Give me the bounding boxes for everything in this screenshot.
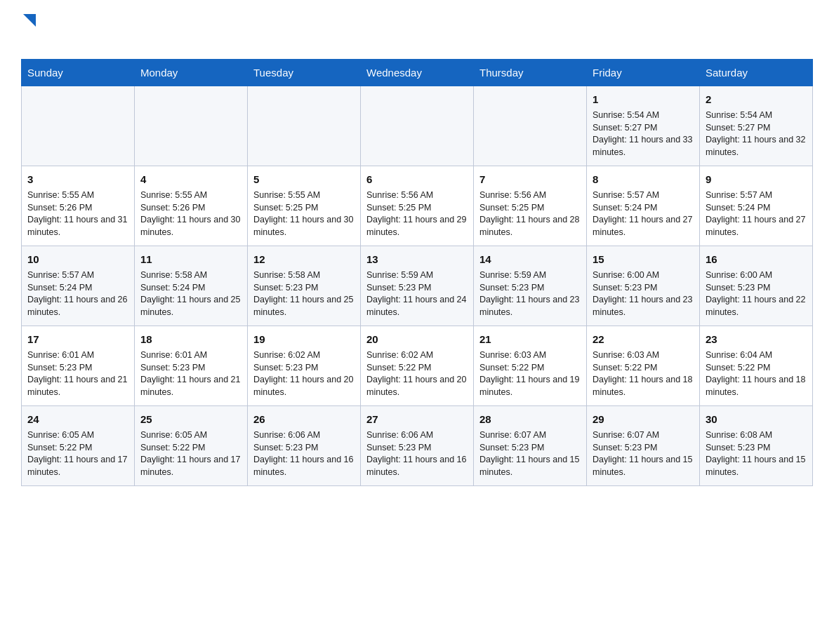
day-info: Sunrise: 6:07 AMSunset: 5:23 PMDaylight:…: [479, 429, 581, 478]
calendar-cell: [474, 86, 587, 166]
day-info: Sunrise: 5:58 AMSunset: 5:23 PMDaylight:…: [253, 269, 355, 318]
day-info: Sunrise: 6:01 AMSunset: 5:23 PMDaylight:…: [140, 349, 241, 398]
day-number: 5: [253, 172, 355, 187]
day-number: 1: [593, 92, 694, 107]
day-info: Sunrise: 6:03 AMSunset: 5:22 PMDaylight:…: [479, 349, 581, 398]
day-info: Sunrise: 6:08 AMSunset: 5:23 PMDaylight:…: [706, 429, 807, 478]
day-number: 7: [479, 172, 581, 187]
calendar-cell: [135, 86, 248, 166]
calendar-cell: 19Sunrise: 6:02 AMSunset: 5:23 PMDayligh…: [248, 326, 361, 406]
day-number: 8: [593, 172, 694, 187]
day-number: 20: [366, 332, 468, 347]
day-info: Sunrise: 6:05 AMSunset: 5:22 PMDaylight:…: [27, 429, 128, 478]
svg-marker-0: [23, 14, 36, 27]
day-number: 19: [253, 332, 355, 347]
day-number: 9: [706, 172, 807, 187]
day-info: Sunrise: 5:56 AMSunset: 5:25 PMDaylight:…: [366, 189, 468, 239]
day-info: Sunrise: 5:54 AMSunset: 5:27 PMDaylight:…: [593, 109, 694, 159]
week-row-1: 1Sunrise: 5:54 AMSunset: 5:27 PMDaylight…: [22, 86, 813, 166]
day-number: 14: [479, 252, 581, 267]
day-info: Sunrise: 6:02 AMSunset: 5:23 PMDaylight:…: [253, 349, 355, 398]
day-info: Sunrise: 6:04 AMSunset: 5:22 PMDaylight:…: [706, 349, 807, 398]
calendar-header: SundayMondayTuesdayWednesdayThursdayFrid…: [22, 60, 813, 86]
day-number: 30: [706, 412, 807, 427]
day-info: Sunrise: 6:01 AMSunset: 5:23 PMDaylight:…: [27, 349, 128, 398]
day-info: Sunrise: 6:05 AMSunset: 5:22 PMDaylight:…: [140, 429, 241, 478]
day-number: 13: [366, 252, 468, 267]
page-header: [21, 14, 813, 45]
logo-general-row: [21, 14, 36, 29]
calendar-table: SundayMondayTuesdayWednesdayThursdayFrid…: [21, 59, 813, 486]
day-info: Sunrise: 5:57 AMSunset: 5:24 PMDaylight:…: [706, 189, 807, 239]
day-number: 23: [706, 332, 807, 347]
calendar-cell: 30Sunrise: 6:08 AMSunset: 5:23 PMDayligh…: [700, 406, 813, 486]
day-number: 21: [479, 332, 581, 347]
day-info: Sunrise: 5:58 AMSunset: 5:24 PMDaylight:…: [140, 269, 241, 318]
day-info: Sunrise: 6:07 AMSunset: 5:23 PMDaylight:…: [593, 429, 694, 478]
calendar-cell: 3Sunrise: 5:55 AMSunset: 5:26 PMDaylight…: [22, 166, 135, 246]
day-info: Sunrise: 6:06 AMSunset: 5:23 PMDaylight:…: [366, 429, 468, 478]
day-header-friday: Friday: [587, 60, 700, 86]
calendar-cell: 26Sunrise: 6:06 AMSunset: 5:23 PMDayligh…: [248, 406, 361, 486]
day-info: Sunrise: 6:06 AMSunset: 5:23 PMDaylight:…: [253, 429, 355, 478]
calendar-cell: 1Sunrise: 5:54 AMSunset: 5:27 PMDaylight…: [587, 86, 700, 166]
calendar-cell: 10Sunrise: 5:57 AMSunset: 5:24 PMDayligh…: [22, 246, 135, 326]
days-of-week-row: SundayMondayTuesdayWednesdayThursdayFrid…: [22, 60, 813, 86]
day-number: 17: [27, 332, 128, 347]
day-header-wednesday: Wednesday: [361, 60, 474, 86]
day-number: 27: [366, 412, 468, 427]
week-row-5: 24Sunrise: 6:05 AMSunset: 5:22 PMDayligh…: [22, 406, 813, 486]
day-number: 12: [253, 252, 355, 267]
day-number: 29: [593, 412, 694, 427]
calendar-body: 1Sunrise: 5:54 AMSunset: 5:27 PMDaylight…: [22, 86, 813, 486]
calendar-cell: 15Sunrise: 6:00 AMSunset: 5:23 PMDayligh…: [587, 246, 700, 326]
week-row-2: 3Sunrise: 5:55 AMSunset: 5:26 PMDaylight…: [22, 166, 813, 246]
day-info: Sunrise: 6:00 AMSunset: 5:23 PMDaylight:…: [593, 269, 694, 318]
day-info: Sunrise: 5:56 AMSunset: 5:25 PMDaylight:…: [479, 189, 581, 239]
day-number: 24: [27, 412, 128, 427]
calendar-cell: 24Sunrise: 6:05 AMSunset: 5:22 PMDayligh…: [22, 406, 135, 486]
week-row-3: 10Sunrise: 5:57 AMSunset: 5:24 PMDayligh…: [22, 246, 813, 326]
day-info: Sunrise: 5:54 AMSunset: 5:27 PMDaylight:…: [706, 109, 807, 159]
calendar-cell: 16Sunrise: 6:00 AMSunset: 5:23 PMDayligh…: [700, 246, 813, 326]
calendar-cell: [361, 86, 474, 166]
calendar-cell: 11Sunrise: 5:58 AMSunset: 5:24 PMDayligh…: [135, 246, 248, 326]
calendar-cell: 21Sunrise: 6:03 AMSunset: 5:22 PMDayligh…: [474, 326, 587, 406]
day-number: 10: [27, 252, 128, 267]
day-number: 3: [27, 172, 128, 187]
calendar-cell: 7Sunrise: 5:56 AMSunset: 5:25 PMDaylight…: [474, 166, 587, 246]
calendar-cell: 25Sunrise: 6:05 AMSunset: 5:22 PMDayligh…: [135, 406, 248, 486]
calendar-cell: [22, 86, 135, 166]
calendar-cell: 13Sunrise: 5:59 AMSunset: 5:23 PMDayligh…: [361, 246, 474, 326]
calendar-cell: 9Sunrise: 5:57 AMSunset: 5:24 PMDaylight…: [700, 166, 813, 246]
calendar-cell: 6Sunrise: 5:56 AMSunset: 5:25 PMDaylight…: [361, 166, 474, 246]
calendar-cell: [248, 86, 361, 166]
calendar-cell: 8Sunrise: 5:57 AMSunset: 5:24 PMDaylight…: [587, 166, 700, 246]
calendar-cell: 27Sunrise: 6:06 AMSunset: 5:23 PMDayligh…: [361, 406, 474, 486]
day-info: Sunrise: 5:57 AMSunset: 5:24 PMDaylight:…: [593, 189, 694, 239]
calendar-cell: 22Sunrise: 6:03 AMSunset: 5:22 PMDayligh…: [587, 326, 700, 406]
calendar-cell: 2Sunrise: 5:54 AMSunset: 5:27 PMDaylight…: [700, 86, 813, 166]
day-number: 4: [140, 172, 241, 187]
calendar-cell: 17Sunrise: 6:01 AMSunset: 5:23 PMDayligh…: [22, 326, 135, 406]
logo-triangle-icon: [23, 14, 36, 29]
day-info: Sunrise: 6:03 AMSunset: 5:22 PMDaylight:…: [593, 349, 694, 398]
calendar-cell: 12Sunrise: 5:58 AMSunset: 5:23 PMDayligh…: [248, 246, 361, 326]
calendar-cell: 18Sunrise: 6:01 AMSunset: 5:23 PMDayligh…: [135, 326, 248, 406]
day-info: Sunrise: 5:57 AMSunset: 5:24 PMDaylight:…: [27, 269, 128, 318]
day-info: Sunrise: 6:02 AMSunset: 5:22 PMDaylight:…: [366, 349, 468, 398]
day-info: Sunrise: 5:55 AMSunset: 5:25 PMDaylight:…: [253, 189, 355, 239]
logo-blue-row: [21, 29, 44, 45]
day-header-thursday: Thursday: [474, 60, 587, 86]
calendar-cell: 28Sunrise: 6:07 AMSunset: 5:23 PMDayligh…: [474, 406, 587, 486]
calendar-cell: 23Sunrise: 6:04 AMSunset: 5:22 PMDayligh…: [700, 326, 813, 406]
calendar-cell: 20Sunrise: 6:02 AMSunset: 5:22 PMDayligh…: [361, 326, 474, 406]
day-number: 28: [479, 412, 581, 427]
day-info: Sunrise: 5:59 AMSunset: 5:23 PMDaylight:…: [479, 269, 581, 318]
day-info: Sunrise: 5:55 AMSunset: 5:26 PMDaylight:…: [27, 189, 128, 239]
day-header-saturday: Saturday: [700, 60, 813, 86]
day-header-tuesday: Tuesday: [248, 60, 361, 86]
day-header-sunday: Sunday: [22, 60, 135, 86]
day-number: 18: [140, 332, 241, 347]
day-number: 25: [140, 412, 241, 427]
